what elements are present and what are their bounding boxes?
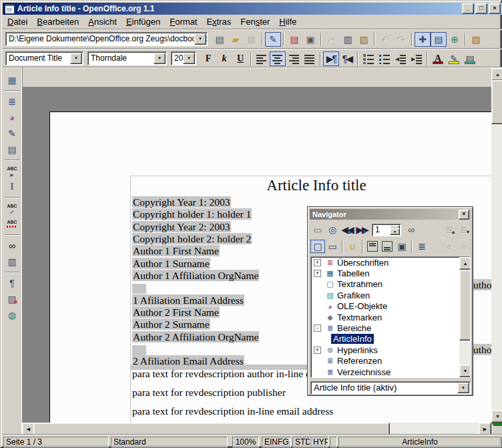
navigator-document-dropdown-button[interactable]: ▼ [457, 383, 469, 393]
previous-button[interactable]: ◀◀▲ [340, 223, 354, 236]
navigator-tree-scrollbar[interactable]: ▲ ▼ [459, 257, 470, 377]
document-title-text[interactable]: Article Info title [131, 177, 491, 194]
style-dropdown-button[interactable]: ▼ [70, 53, 82, 64]
insert-object-button[interactable]: ◕ [4, 110, 20, 125]
vertical-scroll-thumb[interactable] [491, 80, 502, 124]
find-replace-button[interactable]: ∞ [4, 238, 20, 253]
menu-item-einfgen[interactable]: Einfügen [121, 15, 165, 28]
paragraph-style-combobox[interactable]: Document Title ▼ [5, 51, 83, 65]
menu-item-bearbeiten[interactable]: Bearbeiten [32, 15, 83, 28]
footer-button[interactable] [380, 240, 395, 253]
paragraph-background-button[interactable]: ▤ [462, 51, 478, 66]
align-right-button[interactable] [286, 51, 302, 66]
insert-fields-button[interactable]: ≣ [4, 94, 20, 109]
form-functions-button[interactable]: ▤ [4, 142, 20, 157]
font-size-combobox[interactable]: 20 ▼ [171, 51, 196, 65]
document-paragraph[interactable]: para text for revdescription in-line ema… [132, 405, 491, 417]
statusbar-cell-insert-mode[interactable]: EINFG [262, 437, 291, 447]
tree-item-textrahmen[interactable]: ▢Textrahmen [311, 279, 470, 290]
navigator-content-tree[interactable]: +≣Überschriften+▦Tabellen▢Textrahmen▨Gra… [310, 256, 471, 378]
insert-table-button[interactable]: ▦ [4, 73, 20, 87]
tree-item-grafiken[interactable]: ▨Grafiken [311, 290, 470, 300]
open-button[interactable]: ▰ [228, 32, 244, 47]
font-dropdown-button[interactable]: ▼ [154, 53, 166, 64]
copy-button[interactable]: ▥ [340, 32, 356, 47]
tree-scroll-thumb[interactable] [459, 270, 471, 341]
tree-item-bereiche[interactable]: -≣Bereiche [311, 322, 470, 333]
highlighting-button[interactable]: ✎ [446, 51, 462, 66]
show-draw-functions-button[interactable]: ✎ [4, 126, 20, 141]
tree-expander[interactable]: + [314, 259, 321, 266]
scroll-down-button[interactable]: ▼ [491, 410, 502, 423]
direct-cursor-button[interactable]: I [4, 180, 20, 194]
statusbar-cell-empty[interactable] [330, 437, 337, 447]
minimize-button[interactable]: _ [462, 3, 474, 14]
online-layout-button[interactable]: ◍ [4, 308, 20, 322]
font-name-combobox[interactable]: Thorndale ▼ [87, 51, 167, 65]
horizontal-scrollbar[interactable]: ◀ ▶ [22, 423, 491, 434]
align-justify-button[interactable] [302, 51, 318, 66]
print-button[interactable]: ▣ [302, 32, 318, 47]
tree-expander[interactable]: + [314, 270, 321, 277]
text-direction-ltr-button[interactable]: ▶¶ [323, 51, 339, 66]
global-view-toggle-button[interactable]: ▭ [325, 240, 340, 253]
bold-button[interactable]: F [200, 51, 216, 66]
url-dropdown-button[interactable]: ▼ [194, 33, 206, 45]
tree-scroll-up-button[interactable]: ▲ [459, 257, 471, 270]
navigator-close-button[interactable]: × [459, 210, 469, 220]
statusbar-cell-hyperlink-mode[interactable]: HYP [310, 437, 328, 447]
data-sources-button[interactable]: ▥ [4, 254, 20, 269]
menu-item-datei[interactable]: Datei [3, 15, 32, 28]
statusbar-cell-page-style[interactable]: Standard [111, 437, 228, 447]
statusbar-cell-zoom[interactable]: 100% [232, 437, 259, 447]
tree-scroll-down-button[interactable]: ▼ [459, 365, 471, 377]
data-source-toggle-button[interactable]: ▭ [310, 223, 325, 236]
tree-item-verzeichnisse[interactable]: ≣Verzeichnisse [311, 367, 470, 377]
maximize-button[interactable]: □ [475, 3, 487, 14]
statusbar-cell-page[interactable]: Seite 1 / 3 [3, 437, 109, 447]
font-color-button[interactable]: A [430, 51, 446, 66]
align-left-button[interactable] [254, 51, 270, 66]
url-combobox[interactable]: D:\Eigene Dokumente\OpenOffice.org Zeugs… [5, 32, 208, 46]
tree-item-referenzen[interactable]: ≣Referenzen [311, 356, 470, 367]
menu-item-extras[interactable]: Extras [202, 15, 236, 28]
tree-item-tabellen[interactable]: +▦Tabellen [311, 268, 470, 278]
menu-item-ansicht[interactable]: Ansicht [83, 15, 121, 28]
vertical-scrollbar[interactable]: ▲ ▼ [491, 68, 502, 423]
anchor-text-button[interactable]: ▣ [395, 240, 409, 253]
autotext-button[interactable]: ABC▸ [4, 164, 20, 178]
menu-item-hilfe[interactable]: Hilfe [274, 15, 301, 28]
close-button[interactable]: × [489, 3, 501, 14]
text-direction-rtl-button[interactable]: ¶◀ [339, 51, 355, 66]
menu-item-format[interactable]: Format [165, 15, 202, 28]
size-dropdown-button[interactable]: ▼ [183, 53, 195, 64]
statusbar-cell-section[interactable]: ArticleInfo [338, 437, 501, 447]
spellcheck-button[interactable]: ABC✓ [4, 201, 20, 216]
tree-expander[interactable]: + [314, 347, 321, 354]
tree-item-hyperlinks[interactable]: +⊛Hyperlinks [311, 345, 470, 355]
navigator-document-combobox[interactable]: Article Info title (aktiv) ▼ [310, 381, 471, 395]
page-number-spinner[interactable]: 1▲▼ [372, 224, 401, 236]
export-pdf-button[interactable]: ▤ [286, 32, 302, 47]
navigator-toggle-button[interactable]: ✚ [415, 32, 431, 47]
tree-item-berschriften[interactable]: +≣Überschriften [311, 257, 470, 268]
hyperlink-dialog-button[interactable]: ⊕ [447, 32, 463, 47]
increase-indent-button[interactable]: ▶ [409, 51, 425, 66]
content-view-toggle-button[interactable]: ▢ [310, 240, 325, 253]
gallery-button[interactable]: ▧ [468, 32, 484, 47]
stylist-toggle-button[interactable]: ▤ [431, 32, 447, 47]
tree-expander[interactable]: - [314, 324, 321, 332]
underline-button[interactable]: U [232, 51, 248, 66]
statusbar-cell-selection-mode[interactable]: STD [292, 437, 310, 447]
align-center-button[interactable] [270, 51, 286, 66]
decrease-indent-button[interactable]: ◀ [393, 51, 409, 66]
tree-item-textmarken[interactable]: ◆Textmarken [311, 312, 470, 322]
new-document-button[interactable]: ▤ [212, 32, 228, 47]
graphics-on-off-button[interactable]: ▨✕ [4, 292, 20, 306]
title-bar[interactable]: Article Info title - OpenOffice.org 1.1 … [3, 3, 502, 15]
bullets-on-off-button[interactable] [376, 51, 393, 66]
tree-item-oleobjekte[interactable]: ◕OLE-Objekte [311, 301, 470, 312]
italic-button[interactable]: k [216, 51, 232, 66]
auto-spellcheck-button[interactable]: ABC [4, 217, 20, 232]
menu-item-fenster[interactable]: Fenster [236, 15, 274, 28]
